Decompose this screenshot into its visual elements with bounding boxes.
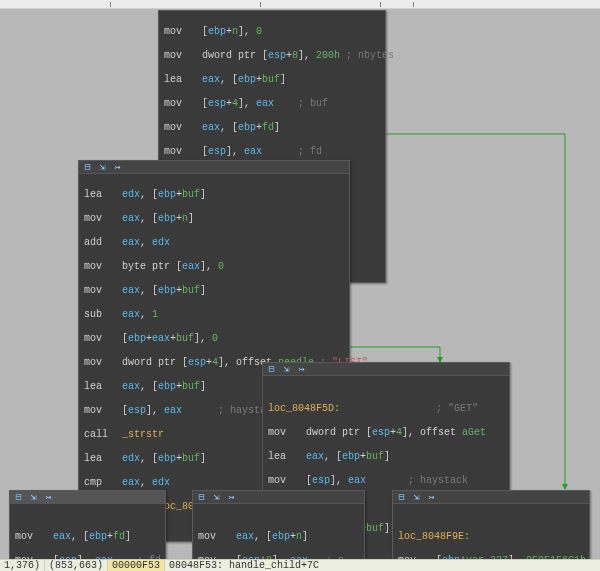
branch-icon[interactable]: ⇲ (411, 493, 422, 502)
block-header: ⊟ ⇲ ↣ (393, 491, 589, 504)
flow-icon[interactable]: ↣ (112, 163, 123, 172)
collapse-icon[interactable]: ⊟ (266, 365, 277, 374)
flow-icon[interactable]: ↣ (43, 493, 54, 502)
status-function: 08048F53: handle_child+7C (165, 560, 600, 571)
flow-icon[interactable]: ↣ (226, 493, 237, 502)
branch-icon[interactable]: ⇲ (28, 493, 39, 502)
collapse-icon[interactable]: ⊟ (396, 493, 407, 502)
branch-icon[interactable]: ⇲ (281, 365, 292, 374)
status-offset: 00000F53 (108, 560, 165, 571)
status-bar: 1,376) (853,663) 00000F53 08048F53: hand… (0, 559, 600, 571)
branch-icon[interactable]: ⇲ (211, 493, 222, 502)
block-header: ⊟ ⇲ ↣ (79, 161, 349, 174)
branch-icon[interactable]: ⇲ (97, 163, 108, 172)
collapse-icon[interactable]: ⊟ (196, 493, 207, 502)
flow-icon[interactable]: ↣ (296, 365, 307, 374)
ruler-strip (0, 0, 600, 9)
block-header: ⊟ ⇲ ↣ (263, 363, 509, 376)
collapse-icon[interactable]: ⊟ (82, 163, 93, 172)
block-header: ⊟ ⇲ ↣ (10, 491, 165, 504)
flow-icon[interactable]: ↣ (426, 493, 437, 502)
status-coords1: 1,376) (0, 560, 45, 571)
status-coords2: (853,663) (45, 560, 108, 571)
collapse-icon[interactable]: ⊟ (13, 493, 24, 502)
block-header: ⊟ ⇲ ↣ (193, 491, 364, 504)
